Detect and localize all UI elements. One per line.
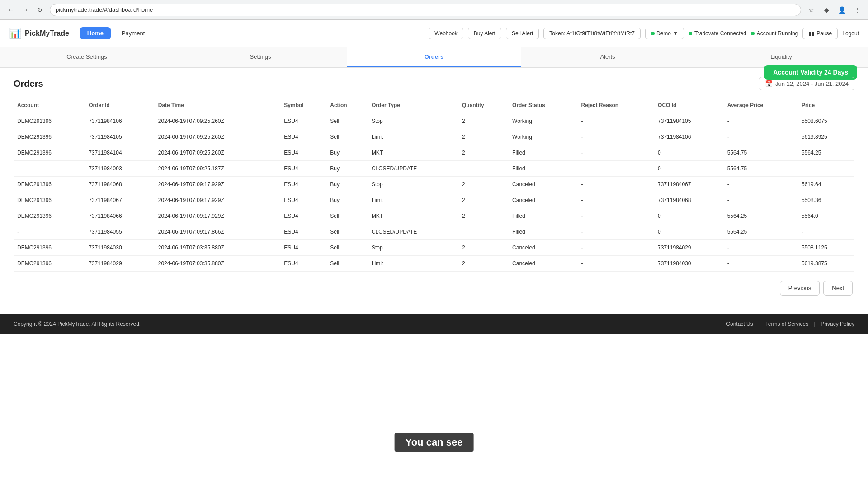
cell-8-10: - <box>724 240 798 256</box>
table-row: -737119840552024-06-19T07:09:17.866ZESU4… <box>14 224 854 240</box>
account-running-label: Account Running <box>757 30 798 37</box>
cell-9-8: - <box>577 256 654 272</box>
table-row: DEMO291396737119841062024-06-19T07:09:25… <box>14 113 854 129</box>
webhook-button[interactable]: Webhook <box>429 28 463 39</box>
cell-4-9: 73711984067 <box>654 177 724 192</box>
cell-2-1: 73711984104 <box>85 145 155 161</box>
cell-9-11: 5619.3875 <box>798 256 854 272</box>
cell-0-5: Stop <box>368 113 458 129</box>
nav-tabs: Create Settings Settings Orders Alerts L… <box>0 47 868 68</box>
header-wrapper: 📊 PickMyTrade Home Payment Webhook Buy A… <box>0 20 868 47</box>
table-row: -737119840932024-06-19T07:09:25.187ZESU4… <box>14 161 854 177</box>
cell-5-2: 2024-06-19T07:09:17.929Z <box>155 192 281 208</box>
cell-1-4: Sell <box>326 129 368 145</box>
cell-7-5: CLOSED/UPDATE <box>368 224 458 240</box>
cell-8-2: 2024-06-19T07:03:35.880Z <box>155 240 281 256</box>
cell-7-3: ESU4 <box>280 224 326 240</box>
cell-9-1: 73711984029 <box>85 256 155 272</box>
tab-orders[interactable]: Orders <box>347 47 521 67</box>
orders-table: Account Order Id Date Time Symbol Action… <box>14 98 854 272</box>
cell-2-0: DEMO291396 <box>14 145 85 161</box>
col-date-time: Date Time <box>155 98 281 113</box>
cell-3-5: CLOSED/UPDATE <box>368 161 458 177</box>
cell-4-10: - <box>724 177 798 192</box>
sell-alert-button[interactable]: Sell Alert <box>506 28 539 39</box>
contact-us-link[interactable]: Contact Us <box>726 321 753 327</box>
cell-4-11: 5619.64 <box>798 177 854 192</box>
cell-6-8: - <box>577 208 654 224</box>
cell-4-4: Buy <box>326 177 368 192</box>
logo-area: 📊 PickMyTrade <box>9 28 69 39</box>
footer-links: Contact Us | Terms of Services | Privacy… <box>726 321 854 327</box>
logout-button[interactable]: Logout <box>842 30 859 37</box>
cell-8-9: 73711984029 <box>654 240 724 256</box>
col-account: Account <box>14 98 85 113</box>
next-button[interactable]: Next <box>823 281 853 296</box>
tab-create-settings[interactable]: Create Settings <box>0 47 174 67</box>
cell-0-6: 2 <box>458 113 509 129</box>
col-symbol: Symbol <box>280 98 326 113</box>
cell-2-7: Filled <box>509 145 577 161</box>
cell-9-5: Limit <box>368 256 458 272</box>
cell-2-4: Buy <box>326 145 368 161</box>
col-order-status: Order Status <box>509 98 577 113</box>
tab-liquidity[interactable]: Liquidity <box>694 47 868 67</box>
cell-7-6 <box>458 224 509 240</box>
app-header: 📊 PickMyTrade Home Payment Webhook Buy A… <box>0 20 868 47</box>
cell-7-7: Filled <box>509 224 577 240</box>
cell-0-4: Sell <box>326 113 368 129</box>
extensions-icon[interactable]: ◆ <box>820 4 833 16</box>
cell-3-3: ESU4 <box>280 161 326 177</box>
cell-5-10: - <box>724 192 798 208</box>
forward-button[interactable]: → <box>19 4 32 16</box>
cell-0-3: ESU4 <box>280 113 326 129</box>
demo-button[interactable]: Demo ▼ <box>645 28 684 39</box>
cell-3-4: Buy <box>326 161 368 177</box>
menu-icon[interactable]: ⋮ <box>851 4 863 16</box>
tab-settings[interactable]: Settings <box>174 47 347 67</box>
address-bar[interactable] <box>50 4 801 16</box>
cell-6-6: 2 <box>458 208 509 224</box>
browser-nav-buttons: ← → ↻ <box>5 4 46 16</box>
cell-0-9: 73711984105 <box>654 113 724 129</box>
cell-6-2: 2024-06-19T07:09:17.929Z <box>155 208 281 224</box>
cell-3-7: Filled <box>509 161 577 177</box>
cell-1-9: 73711984106 <box>654 129 724 145</box>
cell-4-5: Stop <box>368 177 458 192</box>
header-actions: Webhook Buy Alert Sell Alert Token: At1t… <box>429 28 859 39</box>
terms-link[interactable]: Terms of Services <box>765 321 808 327</box>
cell-1-6: 2 <box>458 129 509 145</box>
account-running-dot <box>751 32 755 35</box>
privacy-link[interactable]: Privacy Policy <box>821 321 854 327</box>
cell-6-4: Sell <box>326 208 368 224</box>
cell-8-0: DEMO291396 <box>14 240 85 256</box>
table-row: DEMO291396737119840302024-06-19T07:03:35… <box>14 240 854 256</box>
cell-7-11: - <box>798 224 854 240</box>
cell-2-3: ESU4 <box>280 145 326 161</box>
home-button[interactable]: Home <box>80 27 111 39</box>
table-header-row: Account Order Id Date Time Symbol Action… <box>14 98 854 113</box>
pause-button[interactable]: ▮▮ Pause <box>802 28 838 39</box>
buy-alert-button[interactable]: Buy Alert <box>468 28 501 39</box>
cell-7-0: - <box>14 224 85 240</box>
back-button[interactable]: ← <box>5 4 17 16</box>
cell-8-3: ESU4 <box>280 240 326 256</box>
profile-icon[interactable]: 👤 <box>835 4 848 16</box>
cell-2-10: 5564.75 <box>724 145 798 161</box>
token-button[interactable]: Token: At1tGt9tT1t8tWtEt8tYtMtRt7 <box>543 28 641 39</box>
date-range[interactable]: 📅 Jun 12, 2024 - Jun 21, 2024 <box>759 77 854 90</box>
cell-6-10: 5564.25 <box>724 208 798 224</box>
reload-button[interactable]: ↻ <box>33 4 46 16</box>
bookmark-icon[interactable]: ☆ <box>805 4 817 16</box>
cell-6-0: DEMO291396 <box>14 208 85 224</box>
col-oco-id: OCO Id <box>654 98 724 113</box>
payment-button[interactable]: Payment <box>118 27 148 39</box>
calendar-icon: 📅 <box>765 80 773 87</box>
orders-tbody: DEMO291396737119841062024-06-19T07:09:25… <box>14 113 854 272</box>
demo-chevron-icon: ▼ <box>673 30 678 37</box>
tab-alerts[interactable]: Alerts <box>521 47 694 67</box>
table-row: DEMO291396737119841052024-06-19T07:09:25… <box>14 129 854 145</box>
col-action: Action <box>326 98 368 113</box>
previous-button[interactable]: Previous <box>780 281 820 296</box>
cell-9-2: 2024-06-19T07:03:35.880Z <box>155 256 281 272</box>
